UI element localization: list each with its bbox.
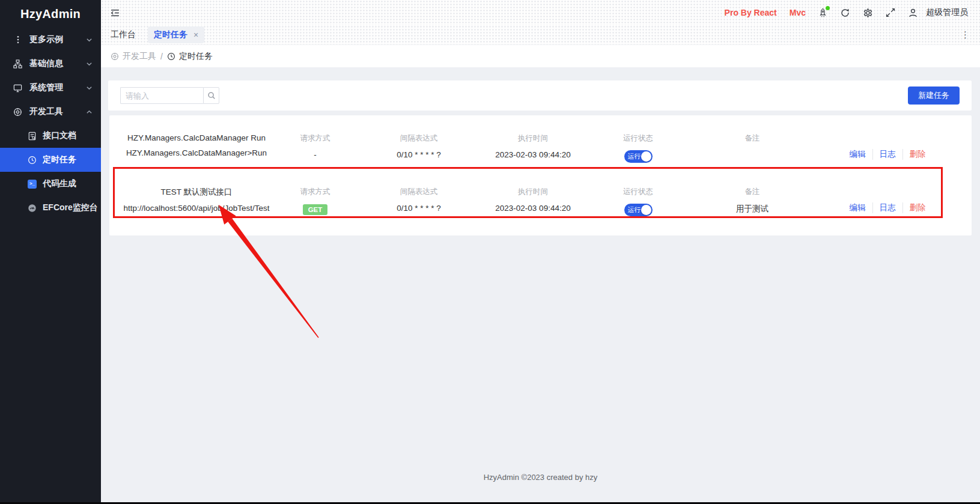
- sidebar-item-label: 接口文档: [43, 130, 76, 141]
- more-icon: [13, 35, 22, 44]
- tab-bar: 工作台 定时任务 × ⋮: [101, 25, 980, 45]
- mvc-link[interactable]: Mvc: [790, 8, 806, 17]
- sidebar-item-efcore-monitor[interactable]: EFCore监控台: [0, 196, 101, 220]
- log-button[interactable]: 日志: [872, 202, 902, 213]
- edit-button[interactable]: 编辑: [843, 149, 872, 160]
- notification-dot: [826, 6, 830, 10]
- task-detail: HZY.Managers.CalcDataManager>Run: [121, 148, 272, 157]
- delete-button[interactable]: 删除: [902, 202, 933, 213]
- document-icon: [28, 132, 37, 141]
- time-cell: 执行时间 2023-02-03 09:44:20: [479, 187, 587, 213]
- toggle-knob: [641, 205, 651, 215]
- sidebar: HzyAdmin 更多示例 基础信息 系统管理 开发工具: [0, 0, 101, 502]
- method-cell: 请求方式 -: [272, 133, 359, 159]
- close-icon[interactable]: ×: [193, 31, 198, 39]
- sidebar-item-basic-info[interactable]: 基础信息: [0, 52, 101, 76]
- time-cell: 执行时间 2023-02-03 09:44:20: [479, 133, 587, 159]
- status-cell: 运行状态 运行: [587, 187, 689, 216]
- footer-copyright: HzyAdmin ©2023 created by hzy: [101, 473, 980, 482]
- sidebar-item-label: 定时任务: [43, 154, 76, 165]
- cron-cell: 间隔表达式 0/10 * * * * ?: [359, 133, 479, 159]
- sidebar-item-label: EFCore监控台: [43, 202, 98, 213]
- compass-icon: [111, 52, 119, 61]
- tab-label: 定时任务: [154, 29, 187, 40]
- tab-scheduled-tasks[interactable]: 定时任务 ×: [148, 26, 204, 43]
- sidebar-item-label: 更多示例: [29, 34, 63, 45]
- method-badge: GET: [303, 204, 328, 215]
- sidebar-item-dev-tools[interactable]: 开发工具: [0, 100, 101, 124]
- remark-cell: 备注: [689, 133, 815, 150]
- refresh-icon[interactable]: [840, 8, 850, 18]
- user-icon[interactable]: [908, 8, 918, 18]
- clock-icon: [167, 52, 175, 61]
- delete-button[interactable]: 删除: [902, 149, 933, 160]
- breadcrumb-separator: /: [160, 52, 163, 61]
- method-value: -: [272, 150, 359, 159]
- tab-overflow-icon[interactable]: ⋮: [961, 29, 970, 40]
- task-name-cell: TEST 默认测试接口 http://localhost:5600/api/jo…: [121, 187, 272, 213]
- cron-value: 0/10 * * * * ?: [359, 204, 479, 213]
- time-value: 2023-02-03 09:44:20: [479, 204, 587, 213]
- sidebar-item-code-gen[interactable]: >_ 代码生成: [0, 172, 101, 196]
- chevron-down-icon: [86, 37, 93, 43]
- task-name: HZY.Managers.CalcDataManager Run: [121, 133, 272, 142]
- monitor-icon: [13, 83, 22, 93]
- breadcrumb: 开发工具 / 定时任务: [101, 45, 980, 67]
- remark-cell: 备注 用于测试: [689, 187, 815, 214]
- method-cell: 请求方式 GET: [272, 187, 359, 215]
- sidebar-item-scheduled-tasks[interactable]: 定时任务: [0, 148, 101, 172]
- edit-button[interactable]: 编辑: [843, 202, 872, 213]
- content-area: 新建任务 HZY.Managers.CalcDataManager Run HZ…: [101, 80, 980, 504]
- pro-by-react-link[interactable]: Pro By React: [725, 8, 777, 17]
- status-cell: 运行状态 运行: [587, 133, 689, 163]
- task-detail: http://localhost:5600/api/job/JobTest/Te…: [121, 204, 272, 213]
- new-task-button[interactable]: 新建任务: [908, 87, 960, 105]
- task-row: TEST 默认测试接口 http://localhost:5600/api/jo…: [121, 171, 960, 225]
- fullscreen-icon[interactable]: [886, 8, 895, 17]
- sidebar-item-label: 系统管理: [29, 82, 63, 93]
- search-group: [120, 87, 219, 104]
- sidebar-item-more-examples[interactable]: 更多示例: [0, 28, 101, 52]
- terminal-icon: >_: [28, 180, 37, 189]
- main-area: Pro By React Mvc 超级管理员 工作台 定时任务: [101, 0, 980, 502]
- sidebar-item-label: 基础信息: [29, 58, 63, 69]
- status-toggle[interactable]: 运行: [624, 204, 653, 216]
- gauge-icon: [28, 204, 37, 213]
- rocket-icon[interactable]: [818, 8, 827, 18]
- gear-icon[interactable]: [863, 8, 873, 18]
- clock-icon: [28, 156, 37, 165]
- menu-fold-icon[interactable]: [110, 8, 120, 18]
- search-icon: [207, 91, 216, 100]
- cron-value: 0/10 * * * * ?: [359, 150, 479, 159]
- task-name: TEST 默认测试接口: [121, 187, 272, 198]
- sidebar-item-system-mgmt[interactable]: 系统管理: [0, 76, 101, 100]
- row-actions: 编辑 日志 删除: [815, 149, 960, 160]
- task-row: HZY.Managers.CalcDataManager Run HZY.Man…: [121, 121, 960, 171]
- chevron-down-icon: [86, 85, 93, 91]
- breadcrumb-parent[interactable]: 开发工具: [111, 51, 156, 62]
- current-user-name[interactable]: 超级管理员: [926, 7, 968, 18]
- breadcrumb-current: 定时任务: [167, 51, 213, 62]
- header-right-group: Pro By React Mvc 超级管理员: [725, 7, 968, 18]
- app-logo: HzyAdmin: [0, 0, 101, 28]
- chevron-down-icon: [86, 61, 93, 67]
- sidebar-item-api-docs[interactable]: 接口文档: [0, 124, 101, 148]
- top-header: Pro By React Mvc 超级管理员: [101, 0, 980, 25]
- sidebar-item-label: 开发工具: [29, 106, 63, 117]
- toggle-knob: [641, 151, 651, 162]
- search-button[interactable]: [203, 87, 219, 104]
- time-value: 2023-02-03 09:44:20: [479, 150, 587, 159]
- row-actions: 编辑 日志 删除: [815, 202, 960, 213]
- cron-cell: 间隔表达式 0/10 * * * * ?: [359, 187, 479, 213]
- log-button[interactable]: 日志: [872, 149, 902, 160]
- sidebar-item-label: 代码生成: [43, 178, 76, 189]
- remark-value: 用于测试: [689, 204, 815, 214]
- tab-workbench[interactable]: 工作台: [111, 29, 136, 40]
- status-toggle[interactable]: 运行: [624, 150, 653, 163]
- task-table: HZY.Managers.CalcDataManager Run HZY.Man…: [109, 115, 972, 235]
- toolbar-card: 新建任务: [108, 80, 972, 111]
- task-name-cell: HZY.Managers.CalcDataManager Run HZY.Man…: [121, 133, 272, 157]
- chevron-up-icon: [86, 109, 93, 115]
- search-input[interactable]: [120, 87, 203, 104]
- sitemap-icon: [13, 59, 22, 68]
